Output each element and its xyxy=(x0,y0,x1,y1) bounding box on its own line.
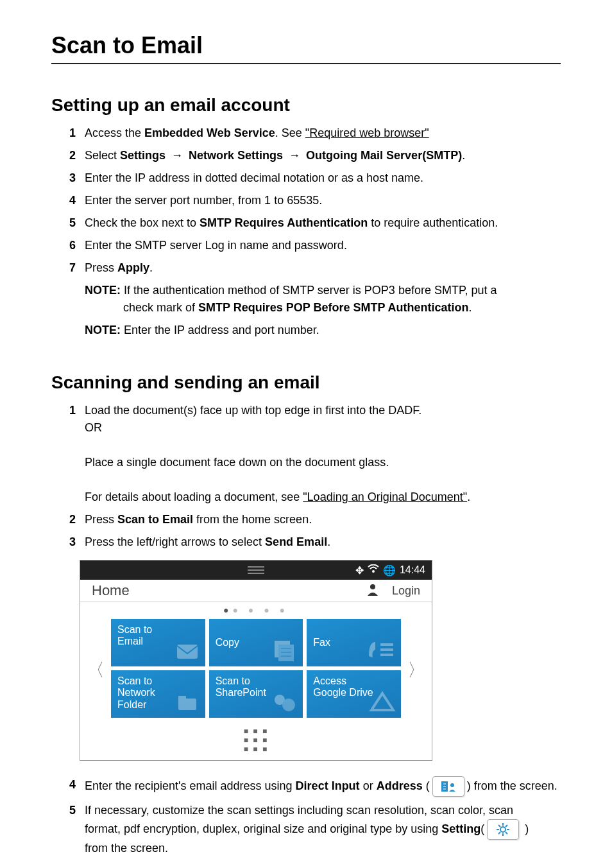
step-body: Press Scan to Email from the home screen… xyxy=(85,511,561,528)
svg-rect-8 xyxy=(380,643,393,646)
chevron-left-icon[interactable]: 〈 xyxy=(80,658,111,682)
svg-line-27 xyxy=(506,832,507,834)
step-body: Press Apply. xyxy=(85,259,561,277)
svg-point-14 xyxy=(282,699,295,711)
wifi-icon xyxy=(368,564,379,576)
arrow-icon: → xyxy=(283,149,306,162)
setup-steps: 1 Access the Embedded Web Service. See "… xyxy=(51,122,561,279)
chevron-right-icon[interactable]: 〉 xyxy=(401,658,432,682)
eco-icon: ✥ xyxy=(355,564,364,577)
svg-line-29 xyxy=(506,825,507,827)
note-auth-method: NOTE: If the authentication method of SM… xyxy=(85,279,561,319)
step-number: 3 xyxy=(51,169,85,187)
step-number: 5 xyxy=(51,802,85,857)
svg-point-0 xyxy=(372,570,375,573)
svg-rect-4 xyxy=(278,645,294,661)
tile-scan-to-sharepoint[interactable]: Scan to SharePoint xyxy=(209,670,303,718)
link-loading-document[interactable]: "Loading an Original Document" xyxy=(303,490,467,503)
tile-copy[interactable]: Copy xyxy=(209,619,303,666)
tile-scan-to-email[interactable]: Scan to Email xyxy=(111,619,205,666)
step-body: Select Settings → Network Settings → Out… xyxy=(85,147,561,164)
page-dots: ●● ● ● ● xyxy=(80,602,432,618)
step-body: Enter the server port number, from 1 to … xyxy=(85,192,561,209)
tile-fax[interactable]: Fax xyxy=(307,619,401,666)
svg-point-21 xyxy=(500,827,506,832)
tile-access-google-drive[interactable]: Access Google Drive xyxy=(307,670,401,718)
settings-gear-icon[interactable] xyxy=(487,819,519,840)
step-body: Press the left/right arrows to select Se… xyxy=(85,534,561,551)
svg-point-1 xyxy=(370,584,375,589)
section-setup-heading: Setting up an email account xyxy=(51,95,561,116)
step-body: Check the box next to SMTP Requires Auth… xyxy=(85,214,561,232)
step-body: Load the document(s) face up with top ed… xyxy=(85,402,561,506)
clock-time: 14:44 xyxy=(400,564,425,576)
menu-icon[interactable] xyxy=(248,566,264,574)
status-bar: ✥ 🌐 14:44 xyxy=(80,560,432,580)
step-body: Access the Embedded Web Service. See "Re… xyxy=(85,125,561,142)
link-required-browser[interactable]: "Required web browser" xyxy=(305,126,429,139)
svg-point-20 xyxy=(450,783,454,787)
step-number: 6 xyxy=(51,237,85,254)
login-button[interactable]: Login xyxy=(392,584,420,598)
svg-rect-9 xyxy=(380,648,393,651)
page-title: Scan to Email xyxy=(51,32,561,64)
step-number: 4 xyxy=(51,192,85,209)
svg-rect-10 xyxy=(380,654,393,656)
step-number: 1 xyxy=(51,125,85,142)
user-icon[interactable] xyxy=(366,583,379,599)
printer-home-screenshot: ✥ 🌐 14:44 Home Login ●● ● ● ● xyxy=(80,560,561,761)
step-number: 4 xyxy=(51,776,85,797)
svg-line-28 xyxy=(498,832,500,834)
step-body: Enter the IP address in dotted decimal n… xyxy=(85,169,561,187)
step-body: If necessary, customize the scan setting… xyxy=(85,802,561,857)
step-body: Enter the recipient's email address usin… xyxy=(85,776,561,797)
step-number: 1 xyxy=(51,402,85,506)
svg-line-26 xyxy=(498,825,500,827)
section-scan-heading: Scanning and sending an email xyxy=(51,372,561,393)
tile-scan-to-network-folder[interactable]: Scan to Network Folder xyxy=(111,670,205,718)
svg-rect-2 xyxy=(177,645,198,659)
svg-rect-11 xyxy=(178,699,196,710)
step-body: Enter the SMTP server Log in name and pa… xyxy=(85,237,561,254)
home-label: Home xyxy=(92,582,130,599)
note-ip-port: NOTE: Enter the IP address and port numb… xyxy=(85,319,561,342)
step-number: 7 xyxy=(51,259,85,277)
step-number: 5 xyxy=(51,214,85,232)
globe-icon: 🌐 xyxy=(383,564,396,577)
scan-steps-cont: 4 Enter the recipient's email address us… xyxy=(51,774,561,860)
svg-rect-12 xyxy=(178,696,186,700)
step-number: 3 xyxy=(51,534,85,551)
app-grid-icon[interactable]: ■ ■ ■■ ■ ■■ ■ ■ xyxy=(80,723,432,760)
step-number: 2 xyxy=(51,147,85,164)
address-book-icon[interactable] xyxy=(432,776,464,797)
step-number: 2 xyxy=(51,511,85,528)
scan-steps: 1 Load the document(s) face up with top … xyxy=(51,399,561,553)
svg-marker-15 xyxy=(371,693,393,710)
arrow-icon: → xyxy=(166,149,189,162)
